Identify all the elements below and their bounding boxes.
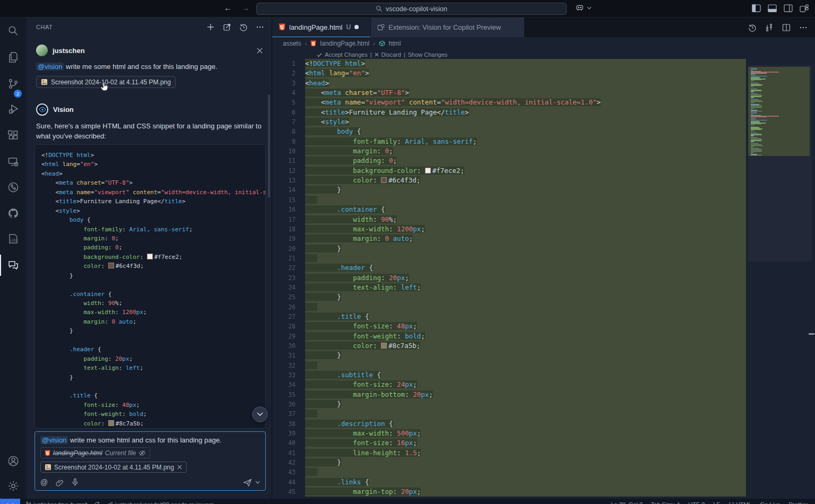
status-item[interactable]: LF xyxy=(713,501,720,504)
close-message-icon[interactable] xyxy=(256,47,263,54)
assistant-intro-text: Sure, here's a simple HTML and CSS snipp… xyxy=(36,121,271,141)
code-token: margin xyxy=(353,234,377,242)
diff-inserted-text: <!DOCTYPE html> xyxy=(305,59,365,67)
branch-name: justin/readme-bump* xyxy=(33,501,88,504)
new-chat-icon[interactable] xyxy=(206,23,215,31)
breadcrumb-symbol[interactable]: html xyxy=(389,40,401,47)
status-item[interactable]: Tab Size: 4 xyxy=(651,501,680,504)
status-item[interactable]: { } HTML xyxy=(729,501,751,504)
chat-input-text[interactable]: @vision write me some html and css for t… xyxy=(40,436,260,444)
vision-mention-chip[interactable]: @vision xyxy=(36,63,64,71)
code-token: background-color xyxy=(353,167,417,175)
code-token: padding xyxy=(83,355,108,362)
code-token xyxy=(41,355,83,362)
code-token: .header xyxy=(70,346,94,353)
code-token xyxy=(305,390,353,398)
tab-dirty-indicator[interactable] xyxy=(354,25,359,29)
toggle-secondary-sidebar-icon[interactable] xyxy=(784,4,793,12)
run-debug-view-icon[interactable] xyxy=(7,103,20,116)
code-token: font-size xyxy=(353,380,389,388)
code-line-content: line-height: 1.5; xyxy=(305,448,746,458)
back-arrow-icon[interactable]: ← xyxy=(224,3,232,12)
chat-view-icon[interactable] xyxy=(7,259,20,272)
code-line-content: .container { xyxy=(305,205,746,214)
line-number: 16 xyxy=(272,205,296,214)
split-editor-icon[interactable] xyxy=(782,23,791,32)
minimap[interactable] xyxy=(748,49,815,504)
diff-inserted-text: } xyxy=(305,186,341,194)
code-token: text-align xyxy=(83,364,118,371)
more-actions-icon[interactable] xyxy=(799,23,808,32)
open-changes-icon[interactable] xyxy=(765,23,774,32)
chat-code-line: <html lang="en"> xyxy=(41,160,265,169)
show-changes-link[interactable]: Show Changes xyxy=(408,51,448,58)
pr-status-item[interactable]: justschen/vscode#99 needs reviewers xyxy=(107,501,214,504)
breadcrumb-file[interactable]: landingPage.html xyxy=(320,40,369,47)
code-token: px xyxy=(405,380,413,388)
code-token: : xyxy=(389,225,397,233)
github-view-icon[interactable] xyxy=(7,207,20,220)
mention-context-icon[interactable]: @ xyxy=(40,478,48,486)
code-token: > xyxy=(345,118,349,126)
search-view-icon[interactable] xyxy=(7,24,20,37)
eye-off-icon[interactable] xyxy=(138,450,146,456)
input-vision-mention-chip[interactable]: @vision xyxy=(40,436,68,444)
customize-layout-icon[interactable] xyxy=(800,4,809,12)
current-file-context-chip[interactable]: landingPage.html Current file xyxy=(40,447,150,458)
toggle-panel-icon[interactable] xyxy=(768,4,777,12)
code-token: font-family xyxy=(83,226,122,233)
status-item[interactable]: UTF-8 xyxy=(688,501,705,504)
remove-attachment-icon[interactable] xyxy=(177,464,183,470)
forward-arrow-icon[interactable]: → xyxy=(241,3,249,12)
code-line: 45 margin-top: 20px; xyxy=(272,487,746,497)
source-control-view-icon[interactable] xyxy=(7,77,20,90)
discard-link[interactable]: Discard xyxy=(382,51,401,58)
git-branch-item[interactable]: justin/readme-bump* xyxy=(25,501,88,504)
attach-file-icon[interactable] xyxy=(56,479,64,486)
scroll-to-bottom-button[interactable] xyxy=(252,406,268,422)
accounts-icon[interactable] xyxy=(7,455,20,467)
send-message-icon[interactable] xyxy=(243,479,252,486)
status-item[interactable]: Go Live xyxy=(760,501,781,504)
diff-inserted-text: } xyxy=(305,351,341,359)
chat-scrollbar[interactable] xyxy=(268,94,270,198)
toggle-sidebar-icon[interactable] xyxy=(752,4,761,12)
chat-input-box[interactable]: @vision write me some html and css for t… xyxy=(34,431,266,491)
tab-extension-preview[interactable]: Extension: Vision for Copilot Preview xyxy=(370,18,524,37)
chat-code-line: <!DOCTYPE html> xyxy=(41,151,265,160)
chat-history-icon[interactable] xyxy=(239,23,248,31)
code-token xyxy=(41,392,70,399)
remote-explorer-view-icon[interactable] xyxy=(7,155,20,168)
command-center-search[interactable]: vscode-copilot-vision xyxy=(256,3,567,15)
git-graph-view-icon[interactable] xyxy=(7,181,20,194)
code-line: 32 xyxy=(272,361,746,370)
gutter-spacer xyxy=(296,185,305,195)
code-token xyxy=(41,309,83,316)
output-log-view-icon[interactable]: LOG xyxy=(7,232,20,245)
code-line: 15 xyxy=(272,195,746,205)
more-actions-icon[interactable] xyxy=(256,23,264,31)
accept-changes-link[interactable]: Accept Changes xyxy=(325,51,368,58)
send-options-chevron-icon[interactable] xyxy=(255,481,260,484)
code-token xyxy=(305,167,353,175)
status-item[interactable]: Ln 20, Col 2 xyxy=(611,501,642,504)
tab-landingpage[interactable]: landingPage.html U xyxy=(272,18,370,37)
code-token: 1200 xyxy=(122,309,136,316)
explorer-view-icon[interactable] xyxy=(7,51,20,64)
code-token: : xyxy=(373,215,381,223)
gutter-spacer xyxy=(296,487,305,497)
microphone-icon[interactable] xyxy=(72,478,79,486)
remote-indicator[interactable]: >< xyxy=(0,499,20,504)
code-editor[interactable]: 1<!DOCTYPE html>2<html lang="en">3<head>… xyxy=(272,59,746,504)
breadcrumb-folder[interactable]: assets xyxy=(283,40,301,47)
status-item[interactable]: Prettier xyxy=(789,501,808,504)
extensions-view-icon[interactable] xyxy=(7,129,20,142)
copilot-menu[interactable] xyxy=(575,4,592,12)
color-swatch xyxy=(425,168,431,173)
sync-icon[interactable] xyxy=(94,501,100,504)
settings-gear-icon[interactable] xyxy=(7,480,20,492)
export-chat-icon[interactable] xyxy=(223,23,231,31)
timeline-icon[interactable] xyxy=(748,23,757,32)
code-token xyxy=(305,410,317,418)
image-attachment-chip[interactable]: Screenshot 2024-10-02 at 4.11.45 PM.png xyxy=(40,462,187,473)
